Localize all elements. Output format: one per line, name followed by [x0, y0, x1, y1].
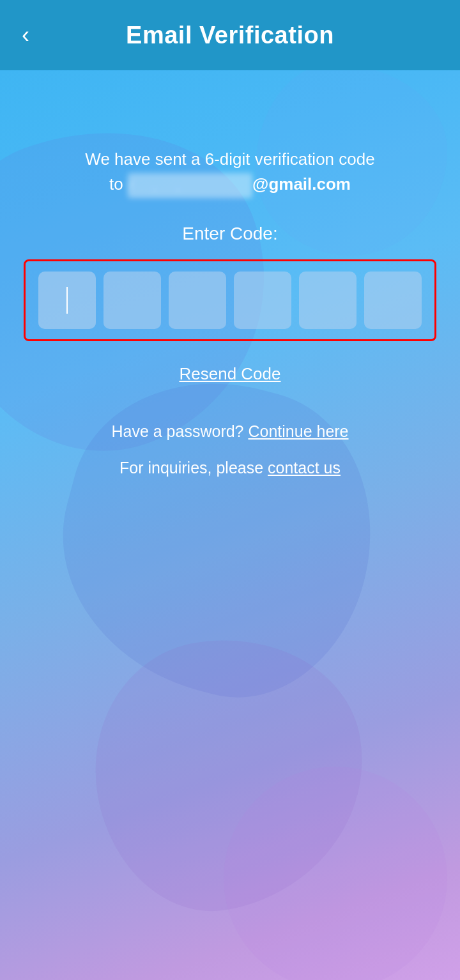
inquiries-section: For inquiries, please contact us: [119, 459, 341, 477]
back-button[interactable]: ‹: [15, 17, 36, 53]
otp-input-container[interactable]: [24, 259, 436, 341]
otp-box-5[interactable]: [299, 272, 356, 329]
password-section: Have a password? Continue here: [111, 422, 348, 441]
header: ‹ Email Verification: [0, 0, 460, 70]
decorative-blob-4: [224, 767, 447, 980]
enter-code-label: Enter Code:: [182, 224, 277, 244]
otp-box-6[interactable]: [364, 272, 422, 329]
description-line2-prefix: to: [109, 174, 128, 194]
description-text: We have sent a 6-digit verification code…: [85, 147, 374, 198]
continue-here-link[interactable]: Continue here: [248, 422, 348, 440]
text-cursor: [66, 287, 68, 314]
otp-box-2[interactable]: [103, 272, 161, 329]
contact-us-link[interactable]: contact us: [268, 459, 341, 477]
inquiries-prefix-text: For inquiries, please: [119, 459, 268, 477]
masked-email: r . .: [128, 173, 252, 198]
password-prefix-text: Have a password?: [111, 422, 248, 440]
otp-box-4[interactable]: [234, 272, 291, 329]
main-content: We have sent a 6-digit verification code…: [0, 70, 460, 503]
resend-code-link[interactable]: Resend Code: [180, 364, 281, 384]
description-line1: We have sent a 6-digit verification code: [85, 149, 374, 169]
otp-box-3[interactable]: [169, 272, 226, 329]
email-domain: @gmail.com: [252, 174, 351, 194]
otp-box-1[interactable]: [38, 272, 96, 329]
page-title: Email Verification: [126, 22, 334, 49]
